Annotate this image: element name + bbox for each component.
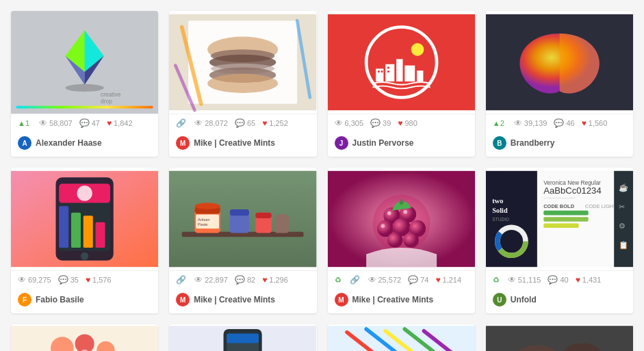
card-8-image: two Solid STUDIO Veronica New Regular Aa… <box>486 168 633 270</box>
svg-rect-107 <box>486 326 633 351</box>
card-4-stats: ▲2 👁 39,139 💬 46 ♥ 1,560 <box>486 114 633 132</box>
card-5[interactable]: 👁 69,275 💬 35 ♥ 1,576 F Fabio Basile <box>11 168 158 313</box>
card-7-badge2: 🔗 <box>350 275 360 285</box>
card-2-avatar: M <box>176 136 190 150</box>
card-6-avatar: M <box>176 293 190 307</box>
card-6-comments: 💬 82 <box>235 275 255 285</box>
card-4[interactable]: ▲2 👁 39,139 💬 46 ♥ 1,560 B Brandberry <box>486 11 633 157</box>
svg-rect-53 <box>256 213 272 218</box>
svg-point-48 <box>195 203 220 209</box>
card-8[interactable]: two Solid STUDIO Veronica New Regular Aa… <box>486 168 633 313</box>
svg-rect-85 <box>543 224 578 229</box>
svg-rect-29 <box>387 67 389 69</box>
card-3-likes: ♥ 980 <box>398 118 417 128</box>
card-11-image <box>328 324 475 351</box>
card-2-views: 👁 28,072 <box>194 118 228 128</box>
card-9[interactable] <box>11 324 158 351</box>
card-12-image <box>486 324 633 351</box>
card-5-image <box>11 168 158 270</box>
svg-rect-25 <box>404 66 415 81</box>
svg-point-31 <box>411 43 424 56</box>
svg-text:☕: ☕ <box>618 183 628 192</box>
main-grid: creative drop ▲1 👁 58,807 <box>0 0 644 351</box>
svg-point-42 <box>81 252 88 260</box>
svg-text:Solid: Solid <box>492 207 508 214</box>
card-4-badge: ▲2 <box>493 119 504 127</box>
card-2[interactable]: 🔗 👁 28,072 💬 65 ♥ 1,252 M Mike | Creativ… <box>169 11 316 157</box>
card-6-stats: 🔗 👁 22,897 💬 82 ♥ 1,296 <box>169 270 316 289</box>
card-5-author[interactable]: F Fabio Basile <box>11 289 158 313</box>
card-4-views: 👁 39,139 <box>514 118 548 128</box>
svg-point-66 <box>403 233 418 248</box>
svg-rect-8 <box>16 106 153 109</box>
card-1-avatar: A <box>18 136 31 150</box>
card-5-comments: 💬 35 <box>58 275 79 285</box>
svg-rect-38 <box>59 206 68 248</box>
card-8-likes: ♥ 1,431 <box>576 275 602 285</box>
svg-text:STUDIO: STUDIO <box>492 217 509 222</box>
card-8-comments: 💬 40 <box>548 275 568 285</box>
card-5-stats: 👁 69,275 💬 35 ♥ 1,576 <box>11 270 158 289</box>
card-7-author[interactable]: M Mike | Creative Mints <box>328 289 475 313</box>
card-7-comments: 💬 74 <box>408 275 428 285</box>
card-8-author[interactable]: U Unfold <box>486 289 633 313</box>
card-2-likes: ♥ 1,252 <box>262 118 288 128</box>
svg-rect-101 <box>328 326 475 351</box>
card-4-comments: 💬 46 <box>554 118 574 128</box>
card-7-views: 👁 25,572 <box>368 275 402 285</box>
card-1-image: creative drop <box>11 11 158 114</box>
card-7[interactable]: ♻ 🔗 👁 25,572 💬 74 ♥ 1,214 M Mike | Creat… <box>328 168 475 313</box>
svg-text:📋: 📋 <box>618 240 628 250</box>
card-1-views: 👁 58,807 <box>39 118 73 128</box>
card-10[interactable] <box>169 324 316 351</box>
card-6[interactable]: Orange Artisan Paste 🔗 👁 22,897 <box>169 168 316 313</box>
card-9-image <box>11 324 158 351</box>
card-6-author[interactable]: M Mike | Creative Mints <box>169 289 316 313</box>
card-11[interactable] <box>328 324 475 351</box>
card-1-badge: ▲1 <box>18 119 29 127</box>
card-12[interactable] <box>486 324 633 351</box>
svg-rect-54 <box>275 214 289 233</box>
svg-rect-39 <box>71 213 81 248</box>
svg-rect-23 <box>385 64 394 81</box>
svg-point-5 <box>66 84 104 92</box>
svg-rect-26 <box>417 70 423 81</box>
card-4-author[interactable]: B Brandberry <box>486 132 633 157</box>
card-10-image <box>169 324 316 351</box>
card-1-comments: 💬 47 <box>79 118 100 128</box>
card-4-likes: ♥ 1,560 <box>582 118 608 128</box>
svg-rect-99 <box>227 333 259 343</box>
svg-text:CODE BOLD: CODE BOLD <box>543 203 574 209</box>
card-8-stats: ♻ 👁 51,115 💬 40 ♥ 1,431 <box>486 270 633 289</box>
card-8-avatar: U <box>493 293 506 307</box>
svg-text:✂: ✂ <box>618 203 624 211</box>
card-3-author[interactable]: J Justin Pervorse <box>328 132 475 157</box>
card-6-likes: ♥ 1,296 <box>262 275 288 285</box>
card-7-avatar: M <box>335 293 348 307</box>
svg-rect-83 <box>543 211 589 216</box>
card-3-stats: 👁 6,305 💬 39 ♥ 980 <box>328 114 475 132</box>
card-7-image <box>328 168 475 270</box>
card-7-likes: ♥ 1,214 <box>435 275 461 285</box>
card-5-likes: ♥ 1,576 <box>86 275 112 285</box>
card-3[interactable]: 👁 6,305 💬 39 ♥ 980 J Justin Pervorse <box>328 11 475 157</box>
card-3-views: 👁 6,305 <box>335 118 364 128</box>
card-6-image: Orange Artisan Paste <box>169 168 316 270</box>
card-8-badge: ♻ <box>493 276 500 285</box>
svg-point-68 <box>403 210 407 214</box>
card-7-badge1: ♻ <box>335 276 342 285</box>
svg-rect-24 <box>396 59 402 81</box>
svg-text:two: two <box>492 197 503 205</box>
card-1[interactable]: creative drop ▲1 👁 58,807 <box>11 11 158 157</box>
card-4-image <box>486 11 633 114</box>
card-8-views: 👁 51,115 <box>508 275 541 285</box>
card-6-badge: 🔗 <box>176 275 186 285</box>
card-3-image <box>328 11 475 114</box>
card-2-author[interactable]: M Mike | Creative Mints <box>169 132 316 157</box>
svg-text:drop: drop <box>101 98 112 105</box>
svg-rect-40 <box>83 216 93 248</box>
svg-rect-28 <box>381 70 383 73</box>
svg-point-16 <box>207 74 278 93</box>
card-1-author[interactable]: A Alexander Haase <box>11 132 158 157</box>
card-1-stats: ▲1 👁 58,807 💬 47 ♥ 1,842 <box>11 114 158 132</box>
